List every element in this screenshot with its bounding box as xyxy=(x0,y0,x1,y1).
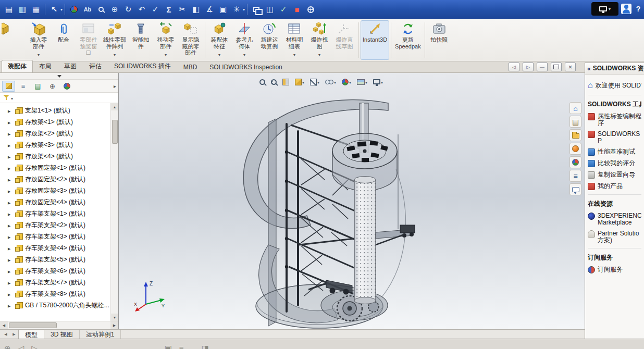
expand-arrow-icon[interactable] xyxy=(8,244,13,252)
dropdown-caret-icon[interactable] xyxy=(243,51,245,58)
restore-button[interactable] xyxy=(551,63,562,71)
ribbon-clipped-button[interactable] xyxy=(1,20,26,60)
dropdown-caret-icon[interactable] xyxy=(114,51,116,58)
3d-views-tab[interactable]: 3D 视图 xyxy=(44,330,80,339)
ribbon-reference-geometry-button[interactable]: 参考几 何体 xyxy=(232,20,257,60)
mate-check-icon[interactable] xyxy=(149,3,162,16)
expand-arrow-icon[interactable] xyxy=(8,290,13,297)
tool-link[interactable]: 我的产品 xyxy=(588,183,641,190)
tree-item[interactable]: 存放固定架<1> (默认) xyxy=(0,162,118,173)
zoom-icon[interactable] xyxy=(4,344,11,349)
select-dropdown-caret-icon[interactable]: ▾ xyxy=(60,7,63,12)
dropdown-caret-icon[interactable] xyxy=(293,51,295,58)
tree-item[interactable]: 存车架支架<1> (默认) xyxy=(0,208,118,219)
open-document-icon[interactable] xyxy=(16,3,29,16)
tab-addins[interactable]: SOLIDWORKS 插件 xyxy=(108,60,177,72)
tree-item[interactable]: 存车架支架<5> (默认) xyxy=(0,254,118,265)
scenes-icon[interactable] xyxy=(569,156,581,168)
ribbon-assembly-features-button[interactable]: 装配体 特征 xyxy=(207,20,232,60)
tool-link[interactable]: 复制设置向导 xyxy=(588,171,641,179)
subscription-link[interactable]: 订阅服务 xyxy=(588,266,641,273)
spell-check-icon[interactable] xyxy=(81,3,94,16)
ribbon-linear-pattern-button[interactable]: 线性零部 件阵列 xyxy=(101,20,128,60)
rotate-view-icon[interactable] xyxy=(122,3,134,16)
expand-arrow-icon[interactable] xyxy=(8,279,13,286)
view-cube-icon[interactable] xyxy=(264,3,276,16)
expand-arrow-icon[interactable] xyxy=(8,141,13,148)
zoom-fit-button[interactable] xyxy=(258,78,266,86)
tree-item[interactable]: 存放固定架<2> (默认) xyxy=(0,173,118,185)
splitter-handle-icon[interactable] xyxy=(57,75,61,78)
tool-link[interactable]: 属性标签编制程序 xyxy=(588,113,641,127)
tree-item[interactable]: 存车架支架<7> (默认) xyxy=(0,277,118,288)
mode-icon[interactable] xyxy=(202,344,209,349)
copy-icon[interactable] xyxy=(217,3,229,16)
tab-sketch[interactable]: 草图 xyxy=(58,60,83,72)
step-back-icon[interactable] xyxy=(18,344,24,349)
tree-item[interactable]: 存放固定架<4> (默认) xyxy=(0,196,118,208)
filter-caret-icon[interactable] xyxy=(11,94,13,102)
dropdown-caret-icon[interactable] xyxy=(165,51,167,58)
property-manager-tab[interactable] xyxy=(31,81,44,92)
timeline-icon[interactable] xyxy=(179,344,184,349)
display-mode-button[interactable]: ▾ xyxy=(591,2,618,16)
manager-flyout-arrow-icon[interactable] xyxy=(114,83,116,89)
tab-scroll-right-icon[interactable] xyxy=(10,330,18,339)
tree-item[interactable]: 存车架支架<8> (默认) xyxy=(0,288,118,300)
measure-icon[interactable] xyxy=(203,3,216,16)
record-icon[interactable] xyxy=(291,3,303,16)
close-button[interactable] xyxy=(565,63,576,71)
tree-item[interactable]: 存放架<1> (默认) xyxy=(0,116,118,128)
pan-icon[interactable] xyxy=(108,3,121,16)
scroll-right-icon[interactable] xyxy=(110,321,118,329)
find-replace-icon[interactable] xyxy=(95,3,107,16)
next-window-button[interactable] xyxy=(523,63,534,71)
edit-appearance-ball-icon[interactable] xyxy=(68,3,80,16)
tree-item[interactable]: 存车架支架<4> (默认) xyxy=(0,242,118,254)
ribbon-mate-button[interactable]: 配合 xyxy=(51,20,76,60)
dropdown-caret-icon[interactable] xyxy=(218,51,220,58)
dropdown-caret-icon[interactable] xyxy=(38,51,40,58)
tool-link[interactable]: SOLIDWORKS P xyxy=(588,131,641,144)
tab-evaluate[interactable]: 评估 xyxy=(83,60,108,72)
ribbon-show-hidden-button[interactable]: 显示隐 藏的零 部件 xyxy=(178,20,203,60)
equations-icon[interactable] xyxy=(163,3,175,16)
tab-scroll-left-icon[interactable] xyxy=(2,330,10,339)
ribbon-new-motion-study-button[interactable]: 新建运 动算例 xyxy=(257,20,282,60)
options-dropdown-caret-icon[interactable]: ▾ xyxy=(243,7,245,12)
expand-arrow-icon[interactable] xyxy=(8,210,13,217)
filter-funnel-icon[interactable] xyxy=(3,95,9,101)
ribbon-exploded-view-button[interactable]: 爆炸视 图 xyxy=(307,20,332,60)
ribbon-bom-button[interactable]: 材料明 细表 xyxy=(282,20,307,60)
display-manager-tab[interactable] xyxy=(60,81,73,92)
tree-item[interactable]: GB / T5780-2000六角头螺栓... xyxy=(0,300,118,311)
trim-icon[interactable] xyxy=(176,3,189,16)
dropdown-caret-icon[interactable] xyxy=(381,78,383,85)
ribbon-insert-component-button[interactable]: 插入零 部件 xyxy=(26,20,51,60)
expand-arrow-icon[interactable] xyxy=(8,187,13,194)
dropdown-caret-icon[interactable] xyxy=(334,78,336,85)
expand-arrow-icon[interactable] xyxy=(8,302,13,309)
tree-filter-bar[interactable] xyxy=(0,93,118,103)
dropdown-caret-icon[interactable] xyxy=(317,78,319,85)
rebuild-check-icon[interactable] xyxy=(277,3,290,16)
tab-inspection[interactable]: SOLIDWORKS Inspection xyxy=(203,61,288,72)
dropdown-caret-icon[interactable] xyxy=(349,78,351,85)
keyframe-icon[interactable] xyxy=(165,344,172,349)
tree-item[interactable]: 存放架<2> (默认) xyxy=(0,128,118,139)
save-icon[interactable] xyxy=(30,3,42,16)
appearances-icon[interactable] xyxy=(569,143,581,155)
custom-properties-icon[interactable] xyxy=(569,170,581,182)
expand-arrow-icon[interactable] xyxy=(8,107,13,114)
expand-arrow-icon[interactable] xyxy=(8,233,13,240)
expand-arrow-icon[interactable] xyxy=(8,221,13,229)
view-orientation-button[interactable] xyxy=(294,77,305,86)
scrollbar-thumb[interactable] xyxy=(112,120,118,144)
scroll-down-icon[interactable] xyxy=(111,314,118,321)
expand-arrow-icon[interactable] xyxy=(8,267,13,275)
options-icon[interactable] xyxy=(230,3,243,16)
play-icon[interactable] xyxy=(31,344,38,349)
tool-link[interactable]: 性能基准测试 xyxy=(588,148,641,156)
tree-item[interactable]: 存车架支架<6> (默认) xyxy=(0,265,118,277)
tree-item[interactable]: 存车架支架<3> (默认) xyxy=(0,231,118,242)
